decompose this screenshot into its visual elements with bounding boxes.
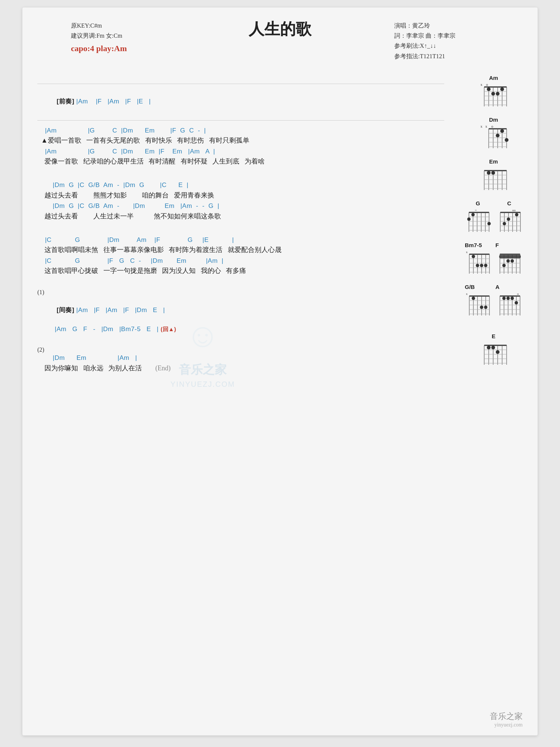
svg-point-88 bbox=[472, 255, 475, 258]
top-divider bbox=[37, 84, 444, 84]
svg-point-75 bbox=[515, 213, 519, 217]
chord-name-g: G bbox=[464, 200, 491, 206]
svg-point-106 bbox=[503, 264, 506, 267]
svg-point-91 bbox=[484, 264, 488, 267]
chord-grid-am: x o bbox=[479, 82, 508, 108]
svg-point-58 bbox=[467, 218, 471, 221]
suggested-key: 建议男调:Fm 女:Cm bbox=[71, 31, 127, 41]
svg-point-73 bbox=[503, 222, 506, 225]
chord-name-c: C bbox=[496, 200, 523, 206]
svg-point-31 bbox=[500, 129, 504, 133]
svg-text:=: = bbox=[475, 208, 477, 212]
logo-bottom: 音乐之家 yinyuezj.com bbox=[490, 711, 523, 728]
singer: 演唱：黄乙玲 bbox=[394, 21, 455, 31]
svg-rect-103 bbox=[499, 255, 521, 258]
chord-name-a: A bbox=[495, 284, 522, 290]
chorus1-lyric1: 越过头去看 熊熊才知影 咱的舞台 爱用青春来换 bbox=[37, 190, 444, 201]
prelude-section: [前奏] |Am |F |Am |F |E | bbox=[37, 87, 444, 116]
svg-point-30 bbox=[496, 134, 500, 137]
svg-point-137 bbox=[515, 301, 518, 305]
chord-grid-e bbox=[479, 340, 508, 367]
svg-text:x: x bbox=[480, 83, 482, 87]
svg-point-16 bbox=[500, 87, 504, 91]
verse2-chords2: |C G |F G C - |Dm Em |Am | bbox=[37, 256, 444, 266]
prelude-line: [前奏] |Am |F |Am |F |E | bbox=[37, 87, 444, 116]
logo-title: 音乐之家 bbox=[490, 711, 523, 722]
fingering-pattern: 参考指法:T121T121 bbox=[394, 51, 455, 61]
chord-grid-c: oo bbox=[496, 208, 523, 234]
meta-right: 演唱：黄乙玲 詞：李聿宗 曲：李聿宗 参考刷法:X↑_↓↓ 参考指法:T121T… bbox=[394, 21, 455, 61]
verse2-block: |C G |Dm Am |F G |E | 这首歌唱啊唱未煞 往事一幕幕亲像电影… bbox=[37, 235, 444, 277]
svg-point-14 bbox=[491, 92, 495, 96]
bm7f-pair: Bm7-5 x bbox=[460, 242, 527, 277]
strum-pattern: 参考刷法:X↑_↓↓ bbox=[394, 41, 455, 51]
verse2-lyric2: 这首歌唱甲心拢破 一字一句拢是拖磨 因为没人知 我的心 有多痛 bbox=[37, 265, 444, 276]
chord-name-e: E bbox=[460, 333, 527, 339]
section2-chords: |Dm Em |Am | bbox=[37, 353, 444, 363]
chord-diagram-g: G = bbox=[464, 200, 523, 235]
svg-point-44 bbox=[487, 171, 491, 175]
chorus1-lyric2: 越过头去看 人生过未一半 煞不知如何来唱这条歌 bbox=[37, 211, 444, 222]
capo-info: capo:4 play:Am bbox=[71, 41, 127, 55]
verse1-lyric2: 爱像一首歌 纪录咱的心晟甲生活 有时清醒 有时怀疑 人生到底 为着啥 bbox=[37, 156, 444, 167]
interlude-bracket: [间奏] bbox=[57, 306, 74, 314]
interlude-block: (1) [间奏] |Am |F |Am |F |Dm E | |Am G F -… bbox=[37, 289, 444, 334]
svg-text:x: x bbox=[466, 250, 468, 254]
svg-text:o: o bbox=[491, 124, 493, 128]
interlude-line2: |Am G F - |Dm |Bm7-5 E | (回▲) bbox=[37, 324, 444, 334]
svg-point-149 bbox=[487, 346, 491, 349]
end-marker: (End) bbox=[155, 364, 171, 372]
svg-text:x: x bbox=[466, 292, 468, 296]
svg-point-59 bbox=[472, 213, 475, 217]
chorus1-chords1: |Dm G |C G/B Am - |Dm G |C E | bbox=[37, 180, 444, 190]
section2-lyric: 因为你嘛知 咱永远 为别人在活 (End) bbox=[37, 363, 444, 374]
svg-point-136 bbox=[511, 297, 514, 300]
chord-diagrams-panel: Am x o bbox=[460, 75, 527, 375]
svg-point-45 bbox=[491, 171, 495, 175]
logo-url: yinyuezj.com bbox=[490, 722, 523, 728]
svg-point-121 bbox=[484, 306, 488, 309]
svg-point-135 bbox=[507, 297, 510, 300]
chord-diagram-em: Em bbox=[460, 158, 527, 193]
verse1-chords2: |Am |G C |Dm Em |F Em |Am A | bbox=[37, 147, 444, 156]
chord-name-am: Am bbox=[460, 75, 527, 81]
svg-point-32 bbox=[505, 138, 508, 142]
page-container: 人生的歌 原KEY:C#m 建议男调:Fm 女:Cm capo:4 play:A… bbox=[22, 7, 538, 735]
chord-grid-g: = bbox=[464, 208, 491, 234]
svg-point-74 bbox=[507, 218, 510, 221]
chord-name-em: Em bbox=[460, 158, 527, 165]
svg-text:oo: oo bbox=[512, 208, 516, 212]
chord-grid-a: o bbox=[495, 291, 522, 317]
svg-point-150 bbox=[491, 346, 495, 349]
gba-pair: G/B x bbox=[460, 284, 527, 319]
section-num-2: (2) bbox=[37, 346, 444, 353]
lyricist: 詞：李聿宗 曲：李聿宗 bbox=[394, 31, 455, 41]
svg-text:o: o bbox=[486, 83, 488, 87]
verse1-lyric1: ▲爱唱一首歌 一首有头无尾的歌 有时快乐 有时悲伤 有时只剩孤单 bbox=[37, 135, 444, 146]
svg-point-90 bbox=[480, 264, 483, 267]
original-key: 原KEY:C#m bbox=[71, 21, 127, 31]
chorus1-chords2: |Dm G |C G/B Am - |Dm Em |Am - - G | bbox=[37, 201, 444, 211]
chorus1-block: |Dm G |C G/B Am - |Dm G |C E | 越过头去看 熊熊才… bbox=[37, 180, 444, 222]
chord-diagram-e: E bbox=[460, 333, 527, 368]
chord-grid-f bbox=[495, 249, 522, 276]
svg-point-60 bbox=[488, 222, 491, 225]
section2-block: (2) |Dm Em |Am | 因为你嘛知 咱永远 为别人在活 (End) bbox=[37, 346, 444, 373]
watermark-line2: YINYUEZJ.COM bbox=[171, 378, 235, 389]
section-num-1: (1) bbox=[37, 289, 444, 296]
prelude-label: [前奏] bbox=[57, 98, 74, 105]
svg-point-134 bbox=[503, 297, 506, 300]
gc-pair: G = bbox=[460, 200, 527, 235]
chord-grid-gb: x bbox=[465, 291, 492, 317]
interlude-line1: [间奏] |Am |F |Am |F |Dm E | bbox=[37, 296, 444, 324]
svg-point-104 bbox=[507, 259, 510, 263]
svg-text:x: x bbox=[485, 124, 487, 128]
divider-1 bbox=[37, 120, 444, 121]
svg-point-13 bbox=[487, 87, 491, 91]
chord-name-f: F bbox=[495, 242, 522, 248]
chord-diagram-am: Am x o bbox=[460, 75, 527, 110]
svg-point-105 bbox=[511, 259, 514, 263]
verse2-chords1: |C G |Dm Am |F G |E | bbox=[37, 235, 444, 245]
svg-point-15 bbox=[496, 92, 500, 96]
chord-name-gb: G/B bbox=[465, 284, 492, 290]
